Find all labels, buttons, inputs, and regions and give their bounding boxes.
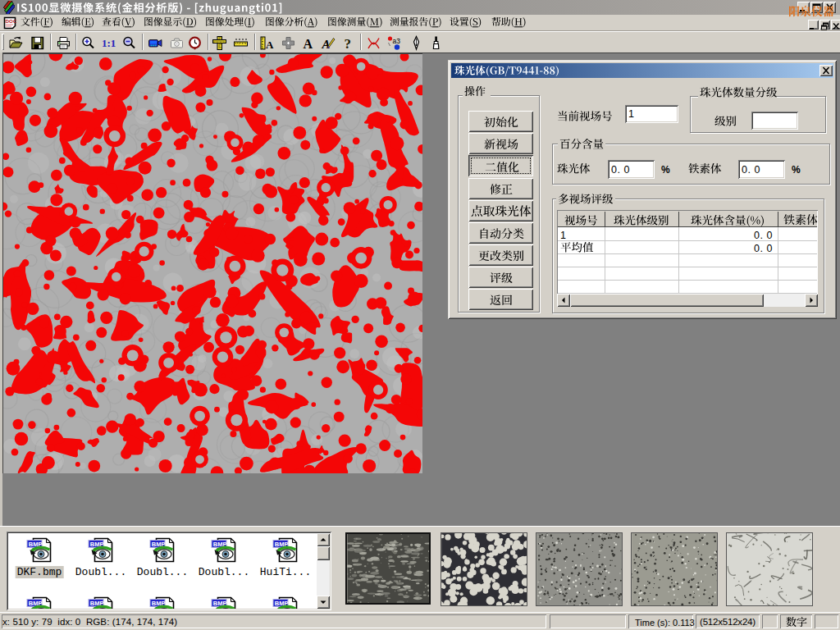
svg-text:1:1: 1:1 [102,37,116,49]
svg-text:?: ? [345,36,352,52]
svg-text:A: A [266,39,274,51]
svg-text:A: A [322,38,331,51]
svg-text:A: A [304,37,313,51]
svg-text:DOC: DOC [6,18,16,24]
svg-text:a3: a3 [393,37,401,45]
